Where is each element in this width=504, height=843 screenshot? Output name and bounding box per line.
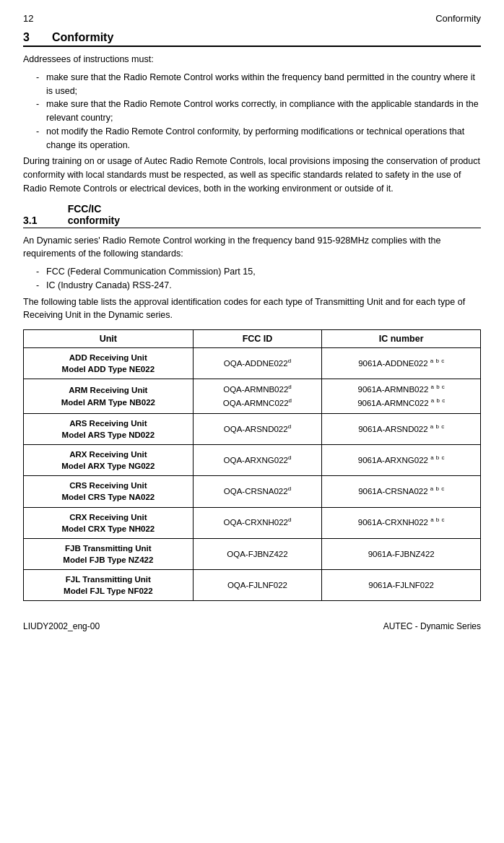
table-cell-ic: 9061A-ADDNE022 a b c xyxy=(322,348,481,379)
table-cell-fcc: OQA-CRXNH022d xyxy=(193,507,322,538)
table-cell-fcc: OQA-ADDNE022d xyxy=(193,348,322,379)
table-cell-unit: ARM Receiving UnitModel ARM Type NB022 xyxy=(24,379,194,414)
table-row: ADD Receiving UnitModel ADD Type NE022OQ… xyxy=(24,348,481,379)
section3-1: 3.1 FCC/IC conformity An Dynamic series'… xyxy=(23,203,481,602)
table-cell-unit: FJB Transmitting UnitModel FJB Type NZ42… xyxy=(24,538,194,569)
bullet-item: FCC (Federal Communication Commission) P… xyxy=(36,265,481,279)
section3-intro: Addressees of instructions must: xyxy=(23,53,481,66)
conformity-table: Unit FCC ID IC number ADD Receiving Unit… xyxy=(23,329,481,601)
table-cell-fcc: OQA-ARMNB022dOQA-ARMNC022d xyxy=(193,379,322,414)
table-cell-fcc: OQA-ARXNG022d xyxy=(193,445,322,476)
table-cell-unit: ADD Receiving UnitModel ADD Type NE022 xyxy=(24,348,194,379)
table-row: FJL Transmitting UnitModel FJL Type NF02… xyxy=(24,569,481,600)
table-cell-fcc: OQA-FJBNZ422 xyxy=(193,538,322,569)
bullet-item: IC (Industry Canada) RSS-247. xyxy=(36,279,481,293)
section3-1-title: 3.1 FCC/IC conformity xyxy=(23,203,481,228)
table-cell-unit: CRX Receiving UnitModel CRX Type NH022 xyxy=(24,507,194,538)
page-header: 12 Conformity xyxy=(23,13,481,24)
bullet-item: make sure that the Radio Remote Control … xyxy=(36,98,481,125)
page-footer: LIUDY2002_eng-00 AUTEC - Dynamic Series xyxy=(23,621,481,631)
footer-left: LIUDY2002_eng-00 xyxy=(23,621,100,631)
table-cell-unit: FJL Transmitting UnitModel FJL Type NF02… xyxy=(24,569,194,600)
table-cell-fcc: OQA-CRSNA022d xyxy=(193,476,322,507)
table-cell-ic: 9061A-ARXNG022 a b c xyxy=(322,445,481,476)
table-cell-ic: 9061A-FJLNF022 xyxy=(322,569,481,600)
bullet-item: not modify the Radio Remote Control conf… xyxy=(36,125,481,152)
section3-1-bullets: FCC (Federal Communication Commission) P… xyxy=(23,265,481,293)
table-row: ARX Receiving UnitModel ARX Type NG022OQ… xyxy=(24,445,481,476)
table-row: ARM Receiving UnitModel ARM Type NB022OQ… xyxy=(24,379,481,414)
col-header-unit: Unit xyxy=(24,330,194,348)
table-row: CRX Receiving UnitModel CRX Type NH022OQ… xyxy=(24,507,481,538)
col-header-fcc: FCC ID xyxy=(193,330,322,348)
section3-1-para1: An Dynamic series' Radio Remote Control … xyxy=(23,234,481,261)
table-cell-ic: 9061A-FJBNZ422 xyxy=(322,538,481,569)
section3-title: 3Conformity xyxy=(23,31,481,47)
table-cell-unit: CRS Receiving UnitModel CRS Type NA022 xyxy=(24,476,194,507)
table-row: ARS Receiving UnitModel ARS Type ND022OQ… xyxy=(24,413,481,444)
footer-right: AUTEC - Dynamic Series xyxy=(383,621,481,631)
page-title-header: Conformity xyxy=(435,13,481,24)
table-header-row: Unit FCC ID IC number xyxy=(24,330,481,348)
table-cell-ic: 9061A-ARSND022 a b c xyxy=(322,413,481,444)
table-cell-ic: 9061A-CRXNH022 a b c xyxy=(322,507,481,538)
section3: 3Conformity Addressees of instructions m… xyxy=(23,31,481,196)
table-row: CRS Receiving UnitModel CRS Type NA022OQ… xyxy=(24,476,481,507)
page-number: 12 xyxy=(23,13,33,24)
table-cell-unit: ARX Receiving UnitModel ARX Type NG022 xyxy=(24,445,194,476)
col-header-ic: IC number xyxy=(322,330,481,348)
table-cell-unit: ARS Receiving UnitModel ARS Type ND022 xyxy=(24,413,194,444)
table-cell-ic: 9061A-ARMNB022 a b c9061A-ARMNC022 a b c xyxy=(322,379,481,414)
table-cell-ic: 9061A-CRSNA022 a b c xyxy=(322,476,481,507)
bullet-item: make sure that the Radio Remote Control … xyxy=(36,71,481,98)
table-cell-fcc: OQA-ARSND022d xyxy=(193,413,322,444)
table-row: FJB Transmitting UnitModel FJB Type NZ42… xyxy=(24,538,481,569)
section3-1-para2: The following table lists the approval i… xyxy=(23,295,481,323)
section3-paragraph: During training on or usage of Autec Rad… xyxy=(23,155,481,195)
table-cell-fcc: OQA-FJLNF022 xyxy=(193,569,322,600)
section3-bullets: make sure that the Radio Remote Control … xyxy=(23,71,481,152)
